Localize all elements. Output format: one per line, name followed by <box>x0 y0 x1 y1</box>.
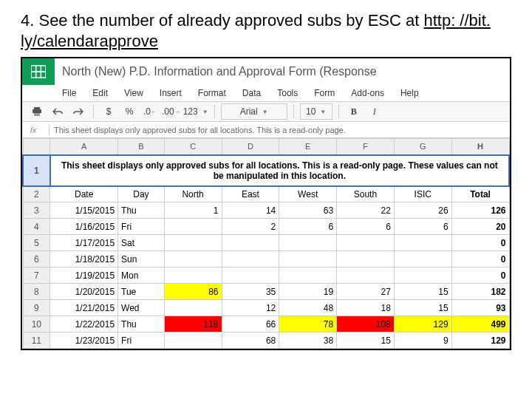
header-cell[interactable]: West <box>279 186 337 202</box>
bold-button[interactable]: B <box>345 103 363 120</box>
cell[interactable]: 38 <box>279 332 337 349</box>
cell[interactable]: 12 <box>222 300 279 316</box>
menu-file[interactable]: File <box>62 88 76 98</box>
cell[interactable]: 18 <box>337 300 395 316</box>
row-number[interactable]: 10 <box>23 316 50 332</box>
banner-cell[interactable]: This sheet displays only approved subs f… <box>50 155 509 186</box>
row-number[interactable]: 5 <box>23 235 50 251</box>
cell-day[interactable]: Fri <box>118 332 165 349</box>
cell[interactable] <box>222 235 279 251</box>
cell[interactable] <box>394 235 451 251</box>
cell[interactable]: 68 <box>222 332 279 349</box>
col-header-E[interactable]: E <box>279 139 337 155</box>
cell-day[interactable]: Wed <box>118 300 165 316</box>
col-header-A[interactable]: A <box>50 139 118 155</box>
cell[interactable] <box>394 251 451 267</box>
cell-day[interactable]: Sun <box>118 251 165 267</box>
cell[interactable] <box>164 332 222 349</box>
row-number[interactable]: 7 <box>23 267 50 284</box>
cell[interactable]: 9 <box>394 332 451 349</box>
decrease-decimal-button[interactable]: .0← <box>141 103 159 120</box>
cell-date[interactable]: 1/16/2015 <box>50 219 118 235</box>
cell[interactable]: 78 <box>279 316 337 332</box>
formula-text[interactable]: This sheet displays only approved subs f… <box>54 126 510 134</box>
cell-date[interactable]: 1/15/2015 <box>50 202 118 219</box>
cell[interactable]: 108 <box>337 316 395 332</box>
cell[interactable]: 22 <box>337 202 395 219</box>
row-number[interactable]: 4 <box>23 219 50 235</box>
cell[interactable] <box>337 267 395 284</box>
cell-day[interactable]: Sat <box>118 235 165 251</box>
cell[interactable]: 0 <box>451 251 509 267</box>
menu-data[interactable]: Data <box>242 88 261 98</box>
menu-add-ons[interactable]: Add-ons <box>351 88 384 98</box>
cell[interactable]: 0 <box>451 267 509 284</box>
header-cell[interactable]: East <box>222 186 279 202</box>
cell-date[interactable]: 1/17/2015 <box>50 235 118 251</box>
cell[interactable]: 26 <box>394 202 451 219</box>
cell[interactable]: 499 <box>451 316 509 332</box>
cell[interactable]: 182 <box>451 284 509 300</box>
cell[interactable] <box>222 267 279 284</box>
row-number[interactable]: 3 <box>23 202 50 219</box>
sheets-logo[interactable] <box>22 58 55 85</box>
cell[interactable]: 1 <box>164 202 222 219</box>
col-header-G[interactable]: G <box>394 139 451 155</box>
col-header-B[interactable]: B <box>118 139 165 155</box>
cell-date[interactable]: 1/20/2015 <box>50 284 118 300</box>
cell[interactable]: 20 <box>451 219 509 235</box>
cell[interactable] <box>279 251 337 267</box>
cell[interactable] <box>164 267 222 284</box>
cell-day[interactable]: Thu <box>118 202 165 219</box>
row-number[interactable]: 9 <box>23 300 50 316</box>
header-cell[interactable]: North <box>164 186 222 202</box>
menu-format[interactable]: Format <box>198 88 226 98</box>
menu-insert[interactable]: Insert <box>160 88 182 98</box>
menu-form[interactable]: Form <box>314 88 335 98</box>
cell-day[interactable]: Thu <box>118 316 165 332</box>
cell[interactable]: 15 <box>394 284 451 300</box>
increase-decimal-button[interactable]: .00→ <box>162 103 180 120</box>
cell[interactable]: 129 <box>451 332 509 349</box>
font-select[interactable]: Arial▼ <box>221 103 287 120</box>
cell[interactable]: 15 <box>394 300 451 316</box>
menu-view[interactable]: View <box>124 88 143 98</box>
cell[interactable]: 48 <box>279 300 337 316</box>
row-number[interactable]: 2 <box>23 186 50 202</box>
col-header-D[interactable]: D <box>222 139 279 155</box>
menu-edit[interactable]: Edit <box>92 88 108 98</box>
col-header-C[interactable]: C <box>164 139 222 155</box>
cell-date[interactable]: 1/18/2015 <box>50 251 118 267</box>
cell[interactable]: 19 <box>279 284 337 300</box>
cell[interactable]: 63 <box>279 202 337 219</box>
cell[interactable]: 86 <box>164 284 222 300</box>
col-header-H[interactable]: H <box>451 139 509 155</box>
cell[interactable] <box>279 235 337 251</box>
cell[interactable]: 126 <box>451 202 509 219</box>
cell[interactable] <box>337 251 395 267</box>
cell-date[interactable]: 1/23/2015 <box>50 332 118 349</box>
cell[interactable] <box>164 300 222 316</box>
header-cell[interactable]: Date <box>50 186 118 202</box>
row-number[interactable]: 1 <box>23 155 50 186</box>
currency-button[interactable]: $ <box>100 103 117 120</box>
cell[interactable]: 118 <box>164 316 222 332</box>
header-cell[interactable]: South <box>337 186 395 202</box>
cell[interactable]: 6 <box>394 219 451 235</box>
cell[interactable]: 93 <box>451 300 509 316</box>
row-number[interactable]: 8 <box>23 284 50 300</box>
cell[interactable]: 27 <box>337 284 395 300</box>
cell[interactable]: 15 <box>337 332 395 349</box>
cell[interactable] <box>164 219 222 235</box>
cell-day[interactable]: Fri <box>118 219 165 235</box>
cell[interactable]: 0 <box>451 235 509 251</box>
cell[interactable]: 2 <box>222 219 279 235</box>
cell[interactable] <box>394 267 451 284</box>
document-title[interactable]: North (New) P.D. Information and Approva… <box>62 65 377 78</box>
print-button[interactable] <box>28 103 46 120</box>
cell-date[interactable]: 1/21/2015 <box>50 300 118 316</box>
cell[interactable]: 6 <box>279 219 337 235</box>
header-cell[interactable]: Day <box>118 186 165 202</box>
cell-date[interactable]: 1/22/2015 <box>50 316 118 332</box>
menu-help[interactable]: Help <box>400 88 419 98</box>
